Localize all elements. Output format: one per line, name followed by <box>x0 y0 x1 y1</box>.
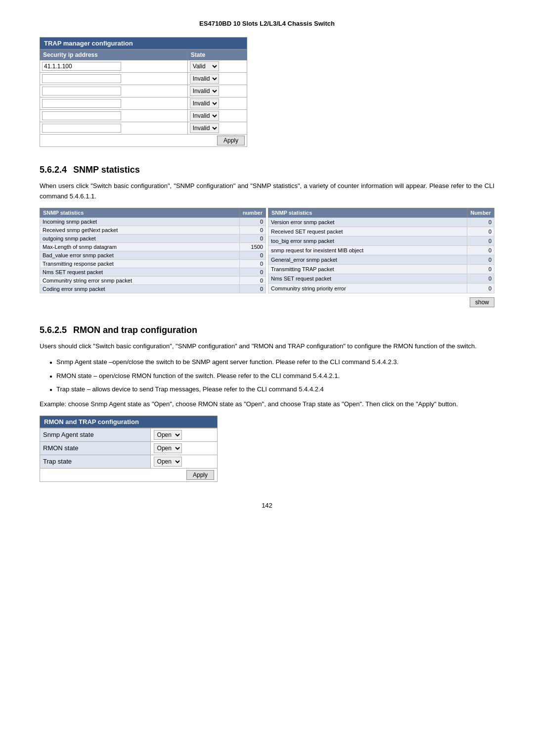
trap-state-select-1[interactable]: ValidInvalid <box>190 74 219 84</box>
snmp-stats-right-table: SNMP statisticsNumberVersion error snmp … <box>268 208 494 293</box>
rmon-label-0: Snmp Agent state <box>40 428 151 441</box>
header-title: ES4710BD 10 Slots L2/L3/L4 Chassis Switc… <box>199 20 335 27</box>
rmon-select-1[interactable]: OpenClose <box>154 443 182 453</box>
trap-state-select-4[interactable]: ValidInvalid <box>190 111 219 121</box>
rmon-value-cell-0: OpenClose <box>150 428 217 441</box>
show-btn-row: show <box>40 297 494 307</box>
section-562-4-body: When users click "Switch basic configura… <box>40 181 494 202</box>
rmon-label-2: Trap state <box>40 455 151 468</box>
bullet-list: Snmp Agent state –open/close the switch … <box>49 357 494 394</box>
section-562-5-title: 5.6.2.5 RMON and trap configuration <box>40 325 494 335</box>
trap-state-select-0[interactable]: ValidInvalid <box>190 61 219 71</box>
rmon-select-0[interactable]: OpenClose <box>154 430 182 440</box>
section-562-5-body2: Example: choose Snmp Agent state as "Ope… <box>40 399 494 410</box>
trap-ip-input-4[interactable] <box>42 111 121 120</box>
trap-manager-table: TRAP manager configuration Security ip a… <box>40 37 247 147</box>
page-header: ES4710BD 10 Slots L2/L3/L4 Chassis Switc… <box>40 20 494 27</box>
trap-state-select-2[interactable]: ValidInvalid <box>190 86 219 96</box>
page-number: 142 <box>40 502 494 509</box>
bullet-item-0: Snmp Agent state –open/close the switch … <box>49 357 494 367</box>
bullet-item-1: RMON state – open/close RMON function of… <box>49 371 494 381</box>
trap-ip-input-5[interactable] <box>42 124 121 133</box>
trap-state-select-3[interactable]: ValidInvalid <box>190 98 219 108</box>
trap-col-state: State <box>187 50 247 60</box>
section-562-5-body1: Users should click "Switch basic configu… <box>40 341 494 352</box>
rmon-value-cell-1: OpenClose <box>150 441 217 455</box>
trap-ip-input-0[interactable] <box>42 62 121 71</box>
bullet-item-2: Trap state – allows device to send Trap … <box>49 384 494 394</box>
section-562-4-title: 5.6.2.4 SNMP statistics <box>40 165 494 175</box>
trap-col-security: Security ip address <box>40 50 188 60</box>
rmon-caption: RMON and TRAP configuration <box>40 416 218 428</box>
rmon-table: RMON and TRAP configurationSnmp Agent st… <box>40 416 218 482</box>
rmon-label-1: RMON state <box>40 441 151 455</box>
trap-ip-input-2[interactable] <box>42 87 121 95</box>
trap-ip-input-3[interactable] <box>42 99 121 108</box>
trap-manager-caption: TRAP manager configuration <box>40 37 247 49</box>
trap-apply-button[interactable]: Apply <box>217 136 245 145</box>
rmon-apply-button[interactable]: Apply <box>186 470 214 480</box>
show-button[interactable]: show <box>470 297 494 307</box>
rmon-value-cell-2: OpenClose <box>150 455 217 468</box>
rmon-select-2[interactable]: OpenClose <box>154 457 182 467</box>
trap-ip-input-1[interactable] <box>42 74 121 83</box>
snmp-stats-left-table: SNMP statisticsnumberIncoming snmp packe… <box>40 208 266 293</box>
snmp-stats-wrapper: SNMP statisticsnumberIncoming snmp packe… <box>40 208 494 293</box>
trap-state-select-5[interactable]: ValidInvalid <box>190 123 219 133</box>
